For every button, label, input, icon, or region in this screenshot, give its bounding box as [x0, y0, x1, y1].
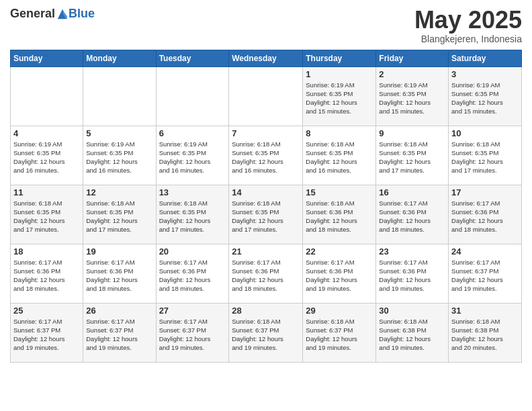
calendar-cell: 30Sunrise: 6:18 AM Sunset: 6:38 PM Dayli…	[376, 303, 449, 362]
logo-blue-text: Blue	[69, 7, 95, 21]
calendar-cell	[156, 66, 229, 126]
day-info: Sunrise: 6:18 AM Sunset: 6:35 PM Dayligh…	[232, 140, 300, 175]
header: General Blue May 2025 Blangkejeren, Indo…	[10, 7, 522, 44]
day-number: 17	[451, 187, 519, 197]
day-number: 29	[306, 306, 373, 316]
weekday-header-friday: Friday	[376, 50, 449, 66]
calendar-cell: 28Sunrise: 6:18 AM Sunset: 6:37 PM Dayli…	[229, 303, 303, 362]
day-number: 20	[159, 246, 226, 257]
page-container: General Blue May 2025 Blangkejeren, Indo…	[0, 0, 532, 411]
day-info: Sunrise: 6:19 AM Sunset: 6:35 PM Dayligh…	[451, 81, 519, 116]
calendar-cell: 24Sunrise: 6:17 AM Sunset: 6:37 PM Dayli…	[449, 244, 522, 303]
day-number: 25	[13, 306, 80, 316]
day-info: Sunrise: 6:18 AM Sunset: 6:38 PM Dayligh…	[451, 317, 519, 353]
day-number: 4	[13, 128, 80, 138]
day-info: Sunrise: 6:18 AM Sunset: 6:35 PM Dayligh…	[86, 199, 152, 234]
day-number: 26	[86, 306, 152, 316]
day-number: 28	[232, 306, 300, 316]
day-number: 23	[379, 246, 445, 257]
day-number: 14	[232, 187, 300, 197]
day-info: Sunrise: 6:18 AM Sunset: 6:35 PM Dayligh…	[306, 140, 373, 175]
calendar-cell: 31Sunrise: 6:18 AM Sunset: 6:38 PM Dayli…	[449, 303, 522, 362]
day-info: Sunrise: 6:17 AM Sunset: 6:37 PM Dayligh…	[86, 317, 152, 353]
calendar-cell: 3Sunrise: 6:19 AM Sunset: 6:35 PM Daylig…	[449, 66, 522, 126]
day-info: Sunrise: 6:17 AM Sunset: 6:36 PM Dayligh…	[379, 199, 445, 234]
calendar-cell: 11Sunrise: 6:18 AM Sunset: 6:35 PM Dayli…	[11, 185, 83, 244]
day-number: 13	[159, 187, 226, 197]
day-number: 27	[159, 306, 226, 316]
day-number: 7	[232, 128, 300, 138]
calendar-cell: 2Sunrise: 6:19 AM Sunset: 6:35 PM Daylig…	[376, 66, 449, 126]
weekday-header-thursday: Thursday	[303, 50, 376, 66]
day-info: Sunrise: 6:17 AM Sunset: 6:36 PM Dayligh…	[232, 258, 300, 293]
day-number: 1	[306, 69, 373, 79]
day-number: 8	[306, 128, 373, 138]
day-info: Sunrise: 6:19 AM Sunset: 6:35 PM Dayligh…	[379, 81, 445, 116]
logo: General Blue	[10, 7, 95, 21]
title-section: May 2025 Blangkejeren, Indonesia	[414, 7, 522, 44]
weekday-header-sunday: Sunday	[11, 50, 83, 66]
day-number: 6	[159, 128, 226, 138]
day-info: Sunrise: 6:18 AM Sunset: 6:36 PM Dayligh…	[306, 199, 373, 234]
weekday-header-row: SundayMondayTuesdayWednesdayThursdayFrid…	[11, 50, 522, 66]
day-number: 19	[86, 246, 152, 257]
calendar-week-4: 18Sunrise: 6:17 AM Sunset: 6:36 PM Dayli…	[11, 244, 522, 303]
calendar-cell: 10Sunrise: 6:18 AM Sunset: 6:35 PM Dayli…	[449, 126, 522, 185]
calendar-cell: 26Sunrise: 6:17 AM Sunset: 6:37 PM Dayli…	[83, 303, 156, 362]
calendar-week-1: 1Sunrise: 6:19 AM Sunset: 6:35 PM Daylig…	[11, 66, 522, 126]
calendar-week-2: 4Sunrise: 6:19 AM Sunset: 6:35 PM Daylig…	[11, 126, 522, 185]
calendar-cell: 21Sunrise: 6:17 AM Sunset: 6:36 PM Dayli…	[229, 244, 303, 303]
calendar-cell: 8Sunrise: 6:18 AM Sunset: 6:35 PM Daylig…	[303, 126, 376, 185]
calendar-cell: 29Sunrise: 6:18 AM Sunset: 6:37 PM Dayli…	[303, 303, 376, 362]
day-number: 2	[379, 69, 445, 79]
day-number: 9	[379, 128, 445, 138]
calendar-cell: 17Sunrise: 6:17 AM Sunset: 6:36 PM Dayli…	[449, 185, 522, 244]
day-info: Sunrise: 6:18 AM Sunset: 6:35 PM Dayligh…	[159, 199, 226, 234]
day-number: 16	[379, 187, 445, 197]
calendar-cell: 5Sunrise: 6:19 AM Sunset: 6:35 PM Daylig…	[83, 126, 156, 185]
day-number: 21	[232, 246, 300, 257]
logo-icon	[56, 8, 69, 20]
calendar-cell	[83, 66, 156, 126]
day-info: Sunrise: 6:19 AM Sunset: 6:35 PM Dayligh…	[306, 81, 373, 116]
day-info: Sunrise: 6:17 AM Sunset: 6:36 PM Dayligh…	[86, 258, 152, 293]
calendar-cell: 18Sunrise: 6:17 AM Sunset: 6:36 PM Dayli…	[11, 244, 83, 303]
day-info: Sunrise: 6:18 AM Sunset: 6:35 PM Dayligh…	[232, 199, 300, 234]
calendar-cell: 7Sunrise: 6:18 AM Sunset: 6:35 PM Daylig…	[229, 126, 303, 185]
calendar-cell: 15Sunrise: 6:18 AM Sunset: 6:36 PM Dayli…	[303, 185, 376, 244]
calendar-cell: 1Sunrise: 6:19 AM Sunset: 6:35 PM Daylig…	[303, 66, 376, 126]
day-number: 10	[451, 128, 519, 138]
logo-general-text: General	[10, 7, 55, 21]
day-info: Sunrise: 6:18 AM Sunset: 6:37 PM Dayligh…	[306, 317, 373, 353]
day-info: Sunrise: 6:17 AM Sunset: 6:37 PM Dayligh…	[159, 317, 226, 353]
day-info: Sunrise: 6:17 AM Sunset: 6:36 PM Dayligh…	[306, 258, 373, 293]
calendar-table: SundayMondayTuesdayWednesdayThursdayFrid…	[10, 50, 522, 363]
calendar-cell: 4Sunrise: 6:19 AM Sunset: 6:35 PM Daylig…	[11, 126, 83, 185]
day-info: Sunrise: 6:18 AM Sunset: 6:35 PM Dayligh…	[379, 140, 445, 175]
day-number: 22	[306, 246, 373, 257]
month-title: May 2025	[414, 7, 522, 34]
calendar-cell	[229, 66, 303, 126]
calendar-cell: 13Sunrise: 6:18 AM Sunset: 6:35 PM Dayli…	[156, 185, 229, 244]
day-info: Sunrise: 6:19 AM Sunset: 6:35 PM Dayligh…	[86, 140, 152, 175]
day-info: Sunrise: 6:17 AM Sunset: 6:36 PM Dayligh…	[379, 258, 445, 293]
calendar-cell: 20Sunrise: 6:17 AM Sunset: 6:36 PM Dayli…	[156, 244, 229, 303]
day-number: 11	[13, 187, 80, 197]
calendar-cell: 6Sunrise: 6:19 AM Sunset: 6:35 PM Daylig…	[156, 126, 229, 185]
calendar-cell: 16Sunrise: 6:17 AM Sunset: 6:36 PM Dayli…	[376, 185, 449, 244]
day-info: Sunrise: 6:19 AM Sunset: 6:35 PM Dayligh…	[13, 140, 80, 175]
calendar-week-3: 11Sunrise: 6:18 AM Sunset: 6:35 PM Dayli…	[11, 185, 522, 244]
day-number: 12	[86, 187, 152, 197]
day-number: 31	[451, 306, 519, 316]
day-info: Sunrise: 6:18 AM Sunset: 6:38 PM Dayligh…	[379, 317, 445, 353]
calendar-cell: 14Sunrise: 6:18 AM Sunset: 6:35 PM Dayli…	[229, 185, 303, 244]
weekday-header-saturday: Saturday	[449, 50, 522, 66]
day-number: 30	[379, 306, 445, 316]
day-number: 24	[451, 246, 519, 257]
weekday-header-wednesday: Wednesday	[229, 50, 303, 66]
day-info: Sunrise: 6:17 AM Sunset: 6:37 PM Dayligh…	[13, 317, 80, 353]
day-info: Sunrise: 6:17 AM Sunset: 6:36 PM Dayligh…	[451, 199, 519, 234]
calendar-cell: 23Sunrise: 6:17 AM Sunset: 6:36 PM Dayli…	[376, 244, 449, 303]
day-info: Sunrise: 6:17 AM Sunset: 6:37 PM Dayligh…	[451, 258, 519, 293]
calendar-cell	[11, 66, 83, 126]
